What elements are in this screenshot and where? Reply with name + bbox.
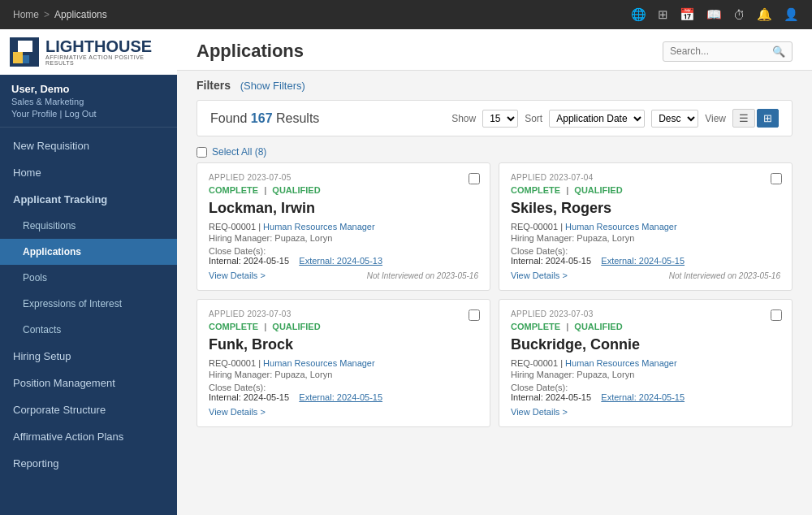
card-hiring-manager-3: Hiring Manager: Pupaza, Loryn <box>511 370 780 379</box>
book-icon[interactable]: 📖 <box>706 7 722 22</box>
card-footer-1: View Details > Not Interviewed on 2023-0… <box>511 270 780 280</box>
bell-icon[interactable]: 🔔 <box>757 7 772 22</box>
card-view-details-1[interactable]: View Details > <box>511 270 568 280</box>
logo-tagline: AFFIRMATIVE ACTION POSITIVE RESULTS <box>45 54 167 66</box>
sidebar-logo: LIGHTHOUSE AFFIRMATIVE ACTION POSITIVE R… <box>0 29 177 75</box>
card-ext-date-2[interactable]: External: 2024-05-15 <box>299 392 382 402</box>
globe-icon[interactable]: 🌐 <box>631 7 646 22</box>
card-checkbox-2[interactable] <box>469 309 480 321</box>
sidebar-item-home[interactable]: Home <box>0 159 177 186</box>
layout: LIGHTHOUSE AFFIRMATIVE ACTION POSITIVE R… <box>0 29 812 515</box>
card-req-1: REQ-00001 | Human Resources Manager <box>511 222 780 232</box>
grid-icon[interactable]: ⊞ <box>658 7 668 22</box>
results-controls: Found 167 Results Show 15 25 50 Sort App… <box>197 100 793 136</box>
card-view-details-0[interactable]: View Details > <box>209 270 266 280</box>
results-found: Found 167 Results <box>210 111 319 126</box>
card-name-3: Buckridge, Connie <box>511 336 780 353</box>
card-checkbox-3[interactable] <box>771 309 782 321</box>
breadcrumb-current: Applications <box>54 9 107 20</box>
sort-dir-select[interactable]: Desc Asc <box>651 110 698 128</box>
app-card: APPLIED 2023-07-03 COMPLETE | QUALIFIED … <box>197 299 490 427</box>
card-hiring-manager-1: Hiring Manager: Pupaza, Loryn <box>511 233 780 243</box>
page-header: Applications 🔍 <box>177 29 812 71</box>
select-all-label[interactable]: Select All (8) <box>212 146 266 158</box>
page-title: Applications <box>197 41 304 62</box>
card-req-link-0[interactable]: Human Resources Manager <box>263 222 375 232</box>
card-ext-date-3[interactable]: External: 2024-05-15 <box>601 392 685 402</box>
results-count: 167 <box>251 111 276 125</box>
sidebar-item-affirmative-action-plans[interactable]: Affirmative Action Plans <box>0 423 177 450</box>
select-all-checkbox[interactable] <box>197 147 207 158</box>
card-req-link-1[interactable]: Human Resources Manager <box>565 222 677 232</box>
your-profile-link[interactable]: Your Profile <box>11 109 57 119</box>
card-view-details-2[interactable]: View Details > <box>209 407 266 417</box>
card-interview-note-1: Not Interviewed on 2023-05-16 <box>669 271 780 280</box>
svg-rect-1 <box>13 52 23 63</box>
sidebar-item-position-management[interactable]: Position Management <box>0 370 177 396</box>
logo-icon <box>10 37 39 67</box>
sidebar-item-new-req[interactable]: New Requisition <box>0 132 177 159</box>
show-label: Show <box>451 113 476 124</box>
card-close-dates-3: Close Date(s): Internal: 2024-05-15 Exte… <box>511 383 780 402</box>
card-name-1: Skiles, Rogers <box>511 200 780 217</box>
show-filters-link[interactable]: (Show Filters) <box>240 80 305 92</box>
sidebar: LIGHTHOUSE AFFIRMATIVE ACTION POSITIVE R… <box>0 29 177 515</box>
clock-icon[interactable]: ⏱ <box>733 8 745 22</box>
sidebar-section-applicant-tracking[interactable]: Applicant Tracking <box>0 186 177 213</box>
view-label: View <box>705 113 726 124</box>
sidebar-item-reporting[interactable]: Reporting <box>0 450 177 477</box>
card-footer-0: View Details > Not Interviewed on 2023-0… <box>209 270 478 280</box>
card-checkbox-0[interactable] <box>469 173 480 184</box>
svg-marker-2 <box>18 41 32 52</box>
calendar-icon[interactable]: 📅 <box>680 7 695 22</box>
card-ext-date-1[interactable]: External: 2024-05-15 <box>601 256 685 266</box>
card-req-link-2[interactable]: Human Resources Manager <box>263 358 375 368</box>
card-ext-date-0[interactable]: External: 2024-05-13 <box>299 256 382 266</box>
card-status-0: COMPLETE | QUALIFIED <box>209 185 478 195</box>
card-footer-3: View Details > <box>511 407 780 417</box>
sidebar-user-dept: Sales & Marketing <box>11 97 166 106</box>
sort-select[interactable]: Application Date Name Status <box>549 110 645 128</box>
card-req-2: REQ-00001 | Human Resources Manager <box>209 358 478 368</box>
card-close-dates-0: Close Date(s): Internal: 2024-05-15 Exte… <box>209 246 478 266</box>
card-req-0: REQ-00001 | Human Resources Manager <box>209 222 478 232</box>
breadcrumb: Home > Applications <box>13 9 107 20</box>
breadcrumb-separator: > <box>44 9 50 20</box>
sidebar-item-expressions-of-interest[interactable]: Expressions of Interest <box>0 291 177 317</box>
card-req-link-3[interactable]: Human Resources Manager <box>565 358 677 368</box>
top-nav-icons: 🌐 ⊞ 📅 📖 ⏱ 🔔 👤 <box>631 7 799 22</box>
sidebar-item-corporate-structure[interactable]: Corporate Structure <box>0 396 177 423</box>
user-circle-icon[interactable]: 👤 <box>784 7 799 22</box>
app-card: APPLIED 2023-07-05 COMPLETE | QUALIFIED … <box>197 162 490 291</box>
sidebar-item-applications[interactable]: Applications <box>0 239 177 265</box>
sidebar-item-hiring-setup[interactable]: Hiring Setup <box>0 343 177 370</box>
sidebar-item-pools[interactable]: Pools <box>0 265 177 291</box>
sidebar-item-requisitions[interactable]: Requisitions <box>0 213 177 239</box>
main-content: Applications 🔍 Filters (Show Filters) Fo… <box>177 29 812 515</box>
cards-grid: APPLIED 2023-07-05 COMPLETE | QUALIFIED … <box>177 162 812 440</box>
app-card: APPLIED 2023-07-04 COMPLETE | QUALIFIED … <box>499 162 793 291</box>
list-view-button[interactable]: ☰ <box>732 109 755 128</box>
svg-rect-3 <box>23 55 29 63</box>
sidebar-item-contacts[interactable]: Contacts <box>0 317 177 343</box>
sidebar-user-name: User, Demo <box>11 83 166 95</box>
select-all-bar: Select All (8) <box>177 143 812 162</box>
sidebar-nav: New Requisition Home Applicant Tracking … <box>0 128 177 515</box>
breadcrumb-home[interactable]: Home <box>13 9 39 20</box>
view-toggle: ☰ ⊞ <box>732 109 779 128</box>
search-icon: 🔍 <box>772 45 785 58</box>
card-view-details-3[interactable]: View Details > <box>511 407 568 417</box>
card-applied-date-3: APPLIED 2023-07-03 <box>511 309 780 318</box>
search-input[interactable] <box>670 45 767 57</box>
card-checkbox-1[interactable] <box>771 173 782 184</box>
card-status-1: COMPLETE | QUALIFIED <box>511 185 780 195</box>
log-out-link[interactable]: Log Out <box>64 109 96 119</box>
card-name-2: Funk, Brock <box>209 336 478 353</box>
card-hiring-manager-2: Hiring Manager: Pupaza, Loryn <box>209 370 478 379</box>
show-select[interactable]: 15 25 50 <box>482 110 518 128</box>
card-status-2: COMPLETE | QUALIFIED <box>209 322 478 331</box>
sort-label: Sort <box>525 113 542 124</box>
card-name-0: Lockman, Irwin <box>209 200 478 217</box>
grid-view-button[interactable]: ⊞ <box>757 109 779 128</box>
card-hiring-manager-0: Hiring Manager: Pupaza, Loryn <box>209 233 478 243</box>
